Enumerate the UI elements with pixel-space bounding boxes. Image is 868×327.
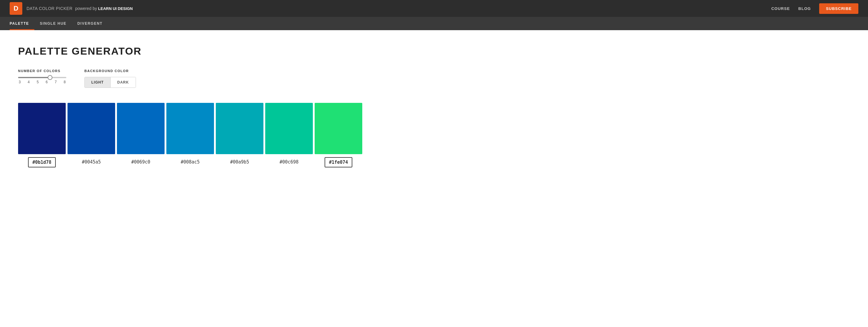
color-palette: #0b1d78#0045a5#0069c0#008ac5#00a9b5#00c6… (18, 103, 850, 168)
color-item: #0045a5 (67, 103, 115, 168)
tab-divergent[interactable]: DIVERGENT (72, 17, 108, 30)
app-title: DATA COLOR PICKER powered by LEARN UI DE… (27, 5, 133, 11)
logo: D (10, 2, 22, 15)
header: D DATA COLOR PICKER powered by LEARN UI … (0, 0, 868, 17)
main-content: PALETTE GENERATOR NUMBER OF COLORS 3 4 5… (0, 30, 868, 188)
tab-single-hue[interactable]: SINGLE HUE (34, 17, 72, 30)
slider-thumb[interactable] (48, 75, 53, 80)
bg-dark-button[interactable]: DARK (111, 77, 135, 88)
color-swatch[interactable] (67, 103, 115, 154)
color-item: #00c698 (265, 103, 313, 168)
slider-fill (18, 77, 50, 78)
color-hex-label: #008ac5 (177, 157, 204, 167)
powered-by-text: powered by LEARN UI DESIGN (74, 6, 133, 11)
bg-light-button[interactable]: LIGHT (85, 77, 110, 88)
bg-color-toggle: LIGHT DARK (84, 77, 136, 88)
tick-3: 3 (19, 80, 21, 84)
tick-5: 5 (37, 80, 39, 84)
slider-track[interactable] (18, 77, 66, 78)
color-hex-label: #00a9b5 (226, 157, 253, 167)
course-link[interactable]: COURSE (771, 6, 790, 11)
color-hex-label: #1fe074 (324, 157, 352, 168)
color-swatch[interactable] (265, 103, 313, 154)
header-nav: COURSE BLOG SUBSCRIBE (771, 3, 858, 14)
slider-ticks: 3 4 5 6 7 8 (18, 80, 66, 84)
color-item: #0b1d78 (18, 103, 66, 168)
slider-container: 3 4 5 6 7 8 (18, 76, 66, 84)
tick-6: 6 (46, 80, 48, 84)
bg-color-label: BACKGROUND COLOR (84, 69, 136, 73)
blog-link[interactable]: BLOG (798, 6, 811, 11)
sub-nav: PALETTE SINGLE HUE DIVERGENT (0, 17, 868, 30)
color-swatch[interactable] (216, 103, 264, 154)
color-hex-label: #00c698 (276, 157, 302, 167)
tick-7: 7 (55, 80, 57, 84)
color-item: #0069c0 (117, 103, 164, 168)
color-swatch[interactable] (166, 103, 214, 154)
tick-4: 4 (28, 80, 30, 84)
tick-8: 8 (64, 80, 66, 84)
color-item: #00a9b5 (216, 103, 264, 168)
page-title: PALETTE GENERATOR (18, 45, 850, 57)
color-swatch[interactable] (315, 103, 362, 154)
color-hex-label: #0b1d78 (28, 157, 56, 168)
tab-palette[interactable]: PALETTE (10, 17, 34, 30)
color-swatch[interactable] (117, 103, 164, 154)
color-swatch[interactable] (18, 103, 66, 154)
title-text: DATA COLOR PICKER (27, 6, 73, 11)
color-item: #008ac5 (166, 103, 214, 168)
color-hex-label: #0069c0 (127, 157, 154, 167)
controls: NUMBER OF COLORS 3 4 5 6 7 8 BACKGROUND … (18, 69, 850, 88)
color-item: #1fe074 (315, 103, 362, 168)
header-title: DATA COLOR PICKER powered by LEARN UI DE… (27, 5, 133, 11)
subscribe-button[interactable]: SUBSCRIBE (819, 3, 858, 14)
num-colors-control: NUMBER OF COLORS 3 4 5 6 7 8 (18, 69, 66, 84)
header-left: D DATA COLOR PICKER powered by LEARN UI … (10, 2, 133, 15)
num-colors-label: NUMBER OF COLORS (18, 69, 66, 73)
bg-color-control: BACKGROUND COLOR LIGHT DARK (84, 69, 136, 88)
color-hex-label: #0045a5 (78, 157, 104, 167)
